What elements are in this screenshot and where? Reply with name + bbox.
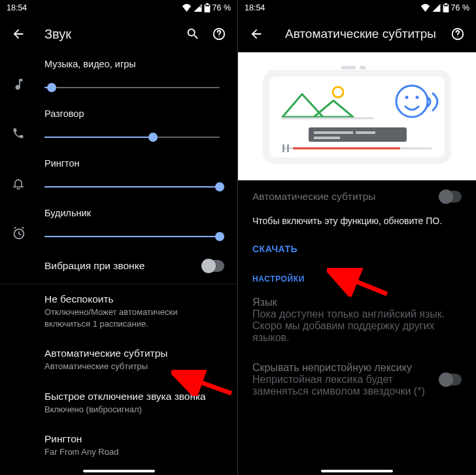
search-button[interactable] [180, 21, 206, 47]
svg-rect-1 [205, 6, 209, 11]
hide-profanity-switch [439, 374, 462, 385]
media-volume-label: Музыка, видео, игры [44, 59, 224, 69]
list-item-sublabel: Автоматические субтитры [44, 361, 224, 372]
list-item-sublabel: Включено (вибросигнал) [44, 404, 224, 416]
sound-settings-screen: 18:54 4 76 % Звук Музыка, видео, игры [0, 0, 238, 475]
auto-captions-switch [439, 191, 462, 203]
status-bar: 18:54 4 76 % [0, 0, 237, 16]
sound-sliders: Музыка, видео, игры Разговор Рингтон [0, 59, 237, 251]
alarm-volume-slider[interactable] [44, 229, 220, 244]
list-item-label: Язык [252, 297, 462, 308]
vibrate-on-ring-switch[interactable] [202, 260, 224, 272]
ring-volume-slider[interactable] [44, 179, 220, 195]
svg-rect-20 [309, 127, 407, 142]
media-volume-group: Музыка, видео, игры [44, 59, 224, 102]
download-button[interactable]: СКАЧАТЬ [238, 235, 476, 263]
svg-point-19 [416, 96, 419, 99]
svg-point-4 [218, 37, 219, 37]
vibrate-on-ring-label: Вибрация при звонке [44, 260, 202, 272]
help-icon [212, 27, 226, 41]
settings-section-header: НАСТРОЙКИ [238, 263, 476, 287]
bell-icon [12, 176, 27, 192]
ring-volume-group: Рингтон [44, 158, 224, 201]
svg-text:4: 4 [199, 4, 201, 8]
signal-icon [432, 4, 441, 12]
phone-icon [12, 127, 27, 142]
back-button[interactable] [243, 21, 269, 47]
status-bar: 18:54 76 % [238, 0, 476, 16]
status-time: 18:54 [245, 3, 265, 12]
list-item-label: Рингтон [44, 433, 224, 445]
back-button[interactable] [5, 21, 31, 47]
do-not-disturb-item[interactable]: Не беспокоить Отключено/Может автоматиче… [0, 284, 237, 338]
update-required-message: Чтобы включить эту функцию, обновите ПО. [238, 213, 476, 235]
arrow-back-icon [11, 27, 26, 41]
list-item-sublabel: Отключено/Может автоматически включиться… [44, 306, 224, 329]
call-volume-slider[interactable] [44, 129, 220, 145]
svg-rect-21 [314, 131, 353, 134]
call-volume-group: Разговор [44, 108, 224, 152]
svg-point-18 [405, 96, 409, 99]
svg-rect-8 [443, 5, 447, 7]
battery-icon [204, 3, 211, 12]
svg-rect-26 [282, 144, 284, 152]
ring-volume-label: Рингтон [44, 158, 224, 169]
nav-bar-handle[interactable] [83, 470, 155, 472]
page-title: Автоматические субтитры [269, 27, 445, 41]
hide-profanity-item: Скрывать непристойную лексику Непристойн… [238, 353, 476, 406]
signal-icon: 4 [194, 4, 202, 12]
language-item: Язык Пока доступен только английский язы… [238, 287, 476, 353]
svg-rect-14 [360, 66, 366, 69]
download-button-label: СКАЧАТЬ [252, 244, 298, 254]
app-bar: Автоматические субтитры [238, 16, 476, 52]
search-icon [186, 27, 200, 41]
auto-captions-toggle-label: Автоматические субтитры [252, 191, 439, 203]
status-battery-pct: 76 % [212, 3, 231, 12]
status-right: 4 76 % [182, 3, 231, 12]
nav-bar-handle[interactable] [321, 470, 393, 472]
svg-rect-7 [443, 6, 447, 11]
svg-rect-22 [356, 131, 375, 134]
feature-illustration [238, 52, 476, 180]
svg-point-10 [457, 37, 458, 37]
captions-illustration-icon [263, 65, 451, 168]
ringtone-item[interactable]: Рингтон Far From Any Road [0, 424, 237, 472]
status-time: 18:54 [7, 3, 27, 12]
arrow-back-icon [249, 27, 264, 41]
list-item-label: Автоматические субтитры [44, 348, 224, 359]
vibrate-on-ring-row[interactable]: Вибрация при звонке [0, 251, 237, 281]
media-volume-slider[interactable] [44, 80, 220, 95]
wifi-icon [182, 4, 192, 12]
status-battery-pct: 76 % [451, 3, 470, 12]
list-item-label: Не беспокоить [44, 293, 224, 305]
list-item-label: Быстрое отключение звука звонка [44, 391, 224, 402]
svg-rect-23 [314, 137, 340, 139]
auto-captions-item[interactable]: Автоматические субтитры Автоматические с… [0, 338, 237, 382]
call-volume-label: Разговор [44, 108, 224, 119]
help-icon [450, 27, 465, 41]
help-button[interactable] [206, 21, 232, 47]
list-item-label: Скрывать непристойную лексику [252, 362, 433, 374]
svg-rect-27 [287, 144, 289, 152]
alarm-volume-label: Будильник [44, 208, 224, 218]
alarm-clock-icon [12, 226, 27, 242]
battery-icon [443, 3, 449, 12]
auto-captions-screen: 18:54 76 % Автоматические субтитры [238, 0, 476, 475]
wifi-icon [420, 4, 430, 12]
quick-mute-item[interactable]: Быстрое отключение звука звонка Включено… [0, 382, 237, 425]
alarm-volume-group: Будильник [44, 208, 224, 251]
list-item-sublabel: Непристойная лексика будет заменяться си… [252, 374, 433, 397]
list-item-sublabel: Far From Any Road [44, 446, 224, 458]
help-button[interactable] [445, 21, 471, 47]
svg-rect-2 [205, 5, 209, 7]
music-note-icon [12, 77, 27, 93]
page-title: Звук [31, 27, 180, 42]
app-bar: Звук [0, 16, 237, 52]
auto-captions-toggle-row: Автоматические субтитры [238, 180, 476, 213]
list-item-sublabel: Пока доступен только английский язык. Ск… [252, 308, 462, 344]
svg-rect-13 [341, 66, 356, 69]
status-right: 76 % [420, 3, 470, 12]
